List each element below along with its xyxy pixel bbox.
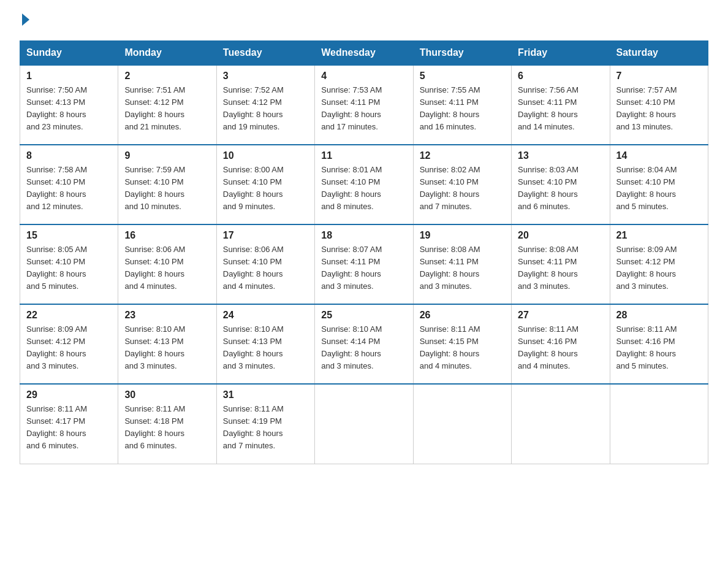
calendar-cell <box>315 384 413 464</box>
calendar-cell: 17 Sunrise: 8:06 AMSunset: 4:10 PMDaylig… <box>216 224 314 304</box>
day-info: Sunrise: 8:08 AMSunset: 4:11 PMDaylight:… <box>518 245 578 291</box>
day-number: 18 <box>321 230 406 241</box>
day-number: 12 <box>420 150 505 161</box>
day-number: 2 <box>124 71 210 82</box>
calendar-cell: 16 Sunrise: 8:06 AMSunset: 4:10 PMDaylig… <box>118 224 216 304</box>
calendar-cell: 9 Sunrise: 7:59 AMSunset: 4:10 PMDayligh… <box>118 145 216 224</box>
calendar-cell: 4 Sunrise: 7:53 AMSunset: 4:11 PMDayligh… <box>315 65 413 145</box>
page-header <box>20 15 708 26</box>
calendar-cell: 1 Sunrise: 7:50 AMSunset: 4:13 PMDayligh… <box>20 65 118 145</box>
day-number: 9 <box>124 150 210 161</box>
day-number: 7 <box>616 71 702 82</box>
weekday-header-thursday: Thursday <box>413 41 511 66</box>
calendar-header-row: SundayMondayTuesdayWednesdayThursdayFrid… <box>20 41 708 66</box>
day-info: Sunrise: 8:11 AMSunset: 4:18 PMDaylight:… <box>124 404 185 450</box>
calendar-week-row: 22 Sunrise: 8:09 AMSunset: 4:12 PMDaylig… <box>20 304 708 384</box>
day-info: Sunrise: 7:55 AMSunset: 4:11 PMDaylight:… <box>420 85 480 131</box>
calendar-cell: 25 Sunrise: 8:10 AMSunset: 4:14 PMDaylig… <box>315 304 413 384</box>
calendar-cell <box>512 384 610 464</box>
day-number: 15 <box>26 230 112 241</box>
calendar-week-row: 15 Sunrise: 8:05 AMSunset: 4:10 PMDaylig… <box>20 224 708 304</box>
day-info: Sunrise: 7:58 AMSunset: 4:10 PMDaylight:… <box>26 165 87 211</box>
calendar-cell: 29 Sunrise: 8:11 AMSunset: 4:17 PMDaylig… <box>20 384 118 464</box>
day-info: Sunrise: 7:50 AMSunset: 4:13 PMDaylight:… <box>26 85 87 131</box>
calendar-cell: 15 Sunrise: 8:05 AMSunset: 4:10 PMDaylig… <box>20 224 118 304</box>
day-info: Sunrise: 7:56 AMSunset: 4:11 PMDaylight:… <box>518 85 578 131</box>
calendar-cell: 31 Sunrise: 8:11 AMSunset: 4:19 PMDaylig… <box>216 384 314 464</box>
day-number: 4 <box>321 71 406 82</box>
calendar-cell: 14 Sunrise: 8:04 AMSunset: 4:10 PMDaylig… <box>610 145 708 224</box>
calendar-cell: 20 Sunrise: 8:08 AMSunset: 4:11 PMDaylig… <box>512 224 610 304</box>
calendar-cell: 18 Sunrise: 8:07 AMSunset: 4:11 PMDaylig… <box>315 224 413 304</box>
calendar-cell: 28 Sunrise: 8:11 AMSunset: 4:16 PMDaylig… <box>610 304 708 384</box>
day-number: 28 <box>616 310 702 321</box>
calendar-cell: 13 Sunrise: 8:03 AMSunset: 4:10 PMDaylig… <box>512 145 610 224</box>
day-number: 16 <box>124 230 210 241</box>
calendar-cell: 7 Sunrise: 7:57 AMSunset: 4:10 PMDayligh… <box>610 65 708 145</box>
day-info: Sunrise: 7:57 AMSunset: 4:10 PMDaylight:… <box>616 85 677 131</box>
day-info: Sunrise: 8:11 AMSunset: 4:16 PMDaylight:… <box>616 324 677 370</box>
day-info: Sunrise: 8:04 AMSunset: 4:10 PMDaylight:… <box>616 165 677 211</box>
calendar-cell: 3 Sunrise: 7:52 AMSunset: 4:12 PMDayligh… <box>216 65 314 145</box>
day-number: 11 <box>321 150 406 161</box>
logo-triangle-icon <box>22 13 29 26</box>
day-info: Sunrise: 7:53 AMSunset: 4:11 PMDaylight:… <box>321 85 382 131</box>
calendar-cell: 26 Sunrise: 8:11 AMSunset: 4:15 PMDaylig… <box>413 304 511 384</box>
day-number: 30 <box>124 389 210 400</box>
day-info: Sunrise: 8:02 AMSunset: 4:10 PMDaylight:… <box>420 165 480 211</box>
calendar-cell: 2 Sunrise: 7:51 AMSunset: 4:12 PMDayligh… <box>118 65 216 145</box>
day-number: 27 <box>518 310 603 321</box>
day-number: 24 <box>223 310 308 321</box>
day-number: 21 <box>616 230 702 241</box>
day-number: 29 <box>26 389 112 400</box>
day-number: 17 <box>223 230 308 241</box>
calendar-cell: 19 Sunrise: 8:08 AMSunset: 4:11 PMDaylig… <box>413 224 511 304</box>
day-info: Sunrise: 8:10 AMSunset: 4:13 PMDaylight:… <box>124 324 185 370</box>
day-info: Sunrise: 8:05 AMSunset: 4:10 PMDaylight:… <box>26 245 87 291</box>
day-info: Sunrise: 7:52 AMSunset: 4:12 PMDaylight:… <box>223 85 284 131</box>
day-info: Sunrise: 8:10 AMSunset: 4:14 PMDaylight:… <box>321 324 382 370</box>
weekday-header-tuesday: Tuesday <box>216 41 314 66</box>
day-info: Sunrise: 8:11 AMSunset: 4:17 PMDaylight:… <box>26 404 87 450</box>
day-number: 8 <box>26 150 112 161</box>
day-info: Sunrise: 7:51 AMSunset: 4:12 PMDaylight:… <box>124 85 185 131</box>
day-info: Sunrise: 7:59 AMSunset: 4:10 PMDaylight:… <box>124 165 185 211</box>
day-info: Sunrise: 8:07 AMSunset: 4:11 PMDaylight:… <box>321 245 382 291</box>
weekday-header-saturday: Saturday <box>610 41 708 66</box>
day-info: Sunrise: 8:00 AMSunset: 4:10 PMDaylight:… <box>223 165 284 211</box>
calendar-cell: 27 Sunrise: 8:11 AMSunset: 4:16 PMDaylig… <box>512 304 610 384</box>
day-number: 3 <box>223 71 308 82</box>
calendar-cell: 5 Sunrise: 7:55 AMSunset: 4:11 PMDayligh… <box>413 65 511 145</box>
day-number: 31 <box>223 389 308 400</box>
calendar-cell <box>610 384 708 464</box>
day-number: 23 <box>124 310 210 321</box>
weekday-header-friday: Friday <box>512 41 610 66</box>
calendar-cell: 6 Sunrise: 7:56 AMSunset: 4:11 PMDayligh… <box>512 65 610 145</box>
calendar-cell: 10 Sunrise: 8:00 AMSunset: 4:10 PMDaylig… <box>216 145 314 224</box>
day-number: 19 <box>420 230 505 241</box>
day-number: 10 <box>223 150 308 161</box>
calendar-week-row: 8 Sunrise: 7:58 AMSunset: 4:10 PMDayligh… <box>20 145 708 224</box>
calendar-cell <box>413 384 511 464</box>
calendar-cell: 8 Sunrise: 7:58 AMSunset: 4:10 PMDayligh… <box>20 145 118 224</box>
calendar-cell: 22 Sunrise: 8:09 AMSunset: 4:12 PMDaylig… <box>20 304 118 384</box>
calendar-cell: 23 Sunrise: 8:10 AMSunset: 4:13 PMDaylig… <box>118 304 216 384</box>
day-info: Sunrise: 8:06 AMSunset: 4:10 PMDaylight:… <box>124 245 185 291</box>
day-info: Sunrise: 8:11 AMSunset: 4:15 PMDaylight:… <box>420 324 480 370</box>
calendar-cell: 12 Sunrise: 8:02 AMSunset: 4:10 PMDaylig… <box>413 145 511 224</box>
calendar-week-row: 1 Sunrise: 7:50 AMSunset: 4:13 PMDayligh… <box>20 65 708 145</box>
day-number: 5 <box>420 71 505 82</box>
weekday-header-wednesday: Wednesday <box>315 41 413 66</box>
calendar-cell: 21 Sunrise: 8:09 AMSunset: 4:12 PMDaylig… <box>610 224 708 304</box>
day-info: Sunrise: 8:06 AMSunset: 4:10 PMDaylight:… <box>223 245 284 291</box>
day-number: 26 <box>420 310 505 321</box>
weekday-header-sunday: Sunday <box>20 41 118 66</box>
day-info: Sunrise: 8:10 AMSunset: 4:13 PMDaylight:… <box>223 324 284 370</box>
calendar-table: SundayMondayTuesdayWednesdayThursdayFrid… <box>20 40 708 464</box>
day-number: 1 <box>26 71 112 82</box>
day-info: Sunrise: 8:08 AMSunset: 4:11 PMDaylight:… <box>420 245 480 291</box>
day-info: Sunrise: 8:11 AMSunset: 4:19 PMDaylight:… <box>223 404 284 450</box>
day-info: Sunrise: 8:03 AMSunset: 4:10 PMDaylight:… <box>518 165 578 211</box>
day-info: Sunrise: 8:01 AMSunset: 4:10 PMDaylight:… <box>321 165 382 211</box>
weekday-header-monday: Monday <box>118 41 216 66</box>
